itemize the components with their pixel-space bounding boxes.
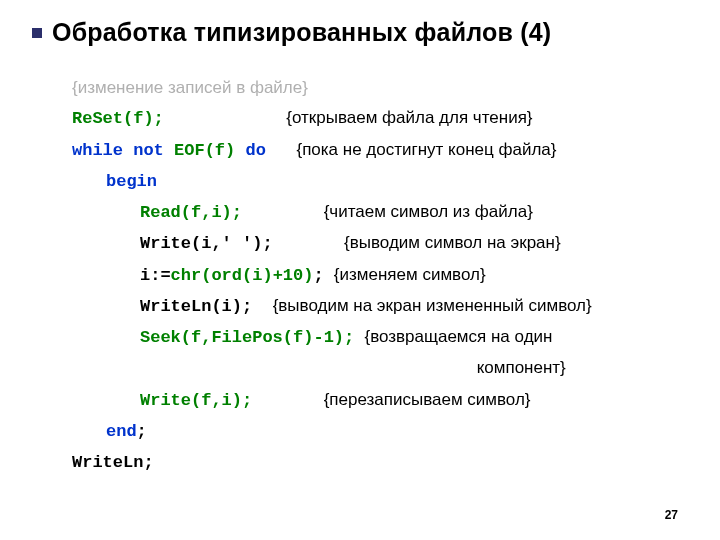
code-line: WriteLn(i); {выводим на экран измененный… [72, 291, 720, 322]
code-comment: {пока не достигнут конец файла} [296, 140, 556, 159]
code-call: WriteLn; [72, 453, 154, 472]
code-block: {изменение записей в файле} ReSet(f); {о… [34, 73, 720, 478]
code-line: Write(f,i); {перезаписываем символ} [72, 385, 720, 416]
code-comment: компонент} [477, 358, 566, 377]
code-line: while not EOF(f) do {пока не достигнут к… [72, 135, 720, 166]
code-line: Seek(f,FilePos(f)-1); {возвращаемся на о… [72, 322, 720, 353]
code-line: WriteLn; [72, 447, 720, 478]
code-text: ; [137, 422, 147, 441]
code-text: i:= [140, 266, 171, 285]
pad [123, 141, 133, 160]
code-call: EOF(f) [174, 141, 235, 160]
keyword: begin [106, 172, 157, 191]
pad [164, 141, 174, 160]
keyword: end [106, 422, 137, 441]
title-wrap: Обработка типизированных файлов (4) [34, 18, 720, 47]
pad [164, 109, 286, 128]
pad [354, 328, 364, 347]
code-comment: {читаем символ из файла} [324, 202, 533, 221]
pad [235, 141, 245, 160]
pad [252, 297, 272, 316]
code-call: WriteLn(i); [140, 297, 252, 316]
pad [252, 391, 323, 410]
pad [140, 359, 477, 378]
code-comment: {изменение записей в файле} [72, 73, 720, 103]
code-call: ReSet(f); [72, 109, 164, 128]
code-line: Write(i,' '); {выводим символ на экран} [72, 228, 720, 259]
code-comment: {выводим на экран измененный символ} [273, 296, 592, 315]
code-line: begin [72, 166, 720, 197]
code-line: Read(f,i); {читаем символ из файла} [72, 197, 720, 228]
code-line: компонент} [72, 353, 720, 384]
bullet-icon [32, 28, 42, 38]
pad [266, 141, 297, 160]
page-title: Обработка типизированных файлов (4) [34, 18, 720, 47]
code-line: end; [72, 416, 720, 447]
pad [324, 266, 334, 285]
code-comment: {открываем файла для чтения} [286, 108, 532, 127]
keyword: not [133, 141, 164, 160]
code-comment: {выводим символ на экран} [344, 233, 561, 252]
code-call: chr(ord(i)+10) [171, 266, 314, 285]
code-line: i:=chr(ord(i)+10); {изменяем символ} [72, 260, 720, 291]
keyword: do [245, 141, 265, 160]
code-call: Write(f,i); [140, 391, 252, 410]
slide: Обработка типизированных файлов (4) {изм… [0, 0, 720, 478]
page-number: 27 [665, 508, 678, 522]
keyword: while [72, 141, 123, 160]
pad [242, 203, 324, 222]
pad [273, 234, 344, 253]
code-call: Seek(f,FilePos(f)-1); [140, 328, 354, 347]
code-call: Read(f,i); [140, 203, 242, 222]
code-comment: {изменяем символ} [334, 265, 486, 284]
code-line: ReSet(f); {открываем файла для чтения} [72, 103, 720, 134]
code-comment: {перезаписываем символ} [324, 390, 531, 409]
code-text: ; [313, 266, 323, 285]
code-comment: {возвращаемся на один [364, 327, 552, 346]
code-call: Write(i,' '); [140, 234, 273, 253]
